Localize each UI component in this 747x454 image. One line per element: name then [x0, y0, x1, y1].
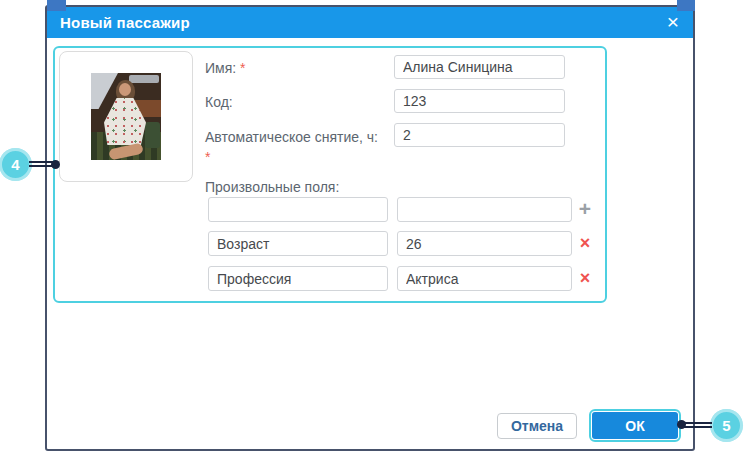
code-label-text: Код:: [205, 94, 233, 110]
cancel-button[interactable]: Отмена: [497, 413, 577, 439]
name-input[interactable]: [394, 55, 565, 79]
ok-button[interactable]: ОК: [592, 412, 678, 439]
custom-field-value-input[interactable]: [397, 197, 572, 222]
photo-rack: [129, 75, 159, 83]
name-required-mark: *: [240, 60, 245, 76]
auto-remove-input[interactable]: [394, 123, 565, 147]
remove-custom-field-icon[interactable]: ×: [574, 266, 596, 291]
close-icon[interactable]: ×: [661, 10, 685, 34]
dialog-header: Новый пассажир: [47, 7, 693, 38]
photo-pillow: [145, 122, 160, 148]
passenger-photo-frame[interactable]: [59, 51, 193, 182]
name-label-text: Имя:: [205, 60, 236, 76]
passenger-photo: [91, 73, 161, 160]
custom-field-name-input[interactable]: [208, 266, 388, 291]
code-label: Код:: [205, 92, 233, 112]
callout-dot-4: [51, 160, 60, 169]
corner-accent-right: [677, 0, 695, 11]
remove-custom-field-icon[interactable]: ×: [574, 231, 596, 256]
callout-badge-4: 4: [0, 148, 32, 181]
custom-field-value-input[interactable]: [397, 266, 572, 291]
name-label: Имя: *: [205, 58, 246, 78]
callout-connector-4: [29, 161, 53, 167]
dialog-title: Новый пассажир: [60, 14, 190, 31]
passenger-form-group: Имя: * Код: Автоматическое снятие, ч: * …: [53, 46, 607, 303]
auto-remove-required-mark: *: [205, 149, 210, 165]
code-input[interactable]: [394, 89, 565, 113]
auto-remove-label-text: Автоматическое снятие, ч:: [205, 129, 378, 145]
new-passenger-dialog: Новый пассажир × Имя: * Код: Автоматичес…: [45, 5, 695, 451]
callout-badge-5: 5: [710, 409, 743, 442]
callout-connector-5: [684, 422, 712, 428]
custom-field-name-input[interactable]: [208, 197, 388, 222]
corner-accent-left: [47, 0, 66, 11]
custom-field-value-input[interactable]: [397, 231, 572, 256]
add-custom-field-icon[interactable]: +: [574, 197, 596, 222]
custom-fields-label: Произвольные поля:: [205, 177, 339, 197]
photo-person-face: [119, 83, 131, 96]
auto-remove-label: Автоматическое снятие, ч: *: [205, 127, 381, 167]
callout-dot-5: [677, 420, 686, 429]
custom-field-name-input[interactable]: [208, 231, 388, 256]
